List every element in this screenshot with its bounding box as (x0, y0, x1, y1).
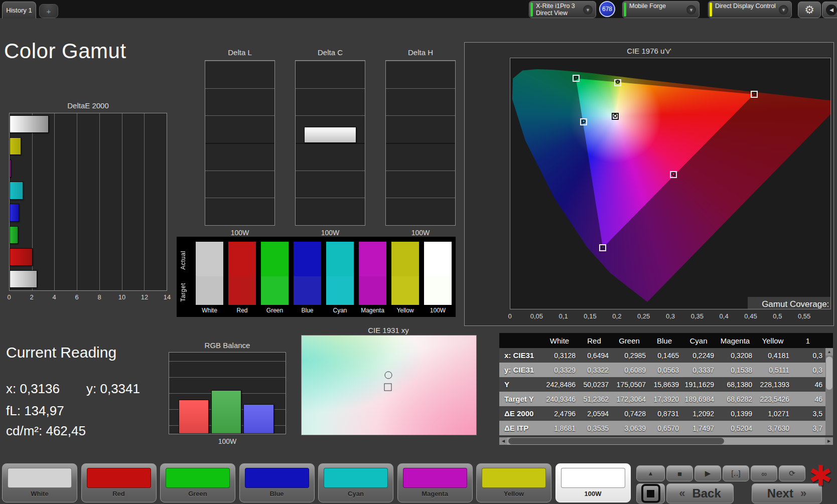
cie-marker-cyan (580, 118, 587, 125)
table-cell: 1,0271 (756, 410, 793, 418)
patch-button-cyan[interactable]: Cyan (318, 463, 393, 502)
display-control-dropdown[interactable]: Direct Display Control ▼ (708, 1, 792, 18)
table-cell: 2,4796 (543, 410, 580, 418)
cie-marker-red (751, 91, 758, 98)
table-header-row: WhiteRedGreenBlueCyanMagentaYellow1 (499, 333, 833, 348)
cie1976-title: CIE 1976 u'v' (465, 47, 833, 55)
swatch-column-cyan: Cyan (326, 242, 354, 314)
deltae-bar-cyan (10, 182, 23, 199)
patch-button-yellow[interactable]: Yellow (476, 463, 551, 502)
next-label: Next (767, 486, 793, 500)
pattern-window-button[interactable] (636, 483, 665, 503)
delta-h-xlabel: 100W (385, 229, 456, 237)
cie-marker-dot (616, 80, 620, 84)
refresh-button[interactable]: ⟳ (779, 465, 805, 481)
loop-icon: ∞ (761, 469, 767, 478)
step-button[interactable]: [‥] (723, 465, 749, 481)
table-cell: 0,1538 (718, 366, 756, 374)
patch-color (87, 468, 151, 488)
swatch-label: Magenta (359, 307, 386, 314)
settings-button[interactable]: ⚙ (798, 2, 821, 18)
scroll-left-icon[interactable]: ◀ (499, 437, 507, 445)
table-cell: 0,1399 (718, 410, 756, 418)
meter-dropdown[interactable]: X-Rite i1Pro 3 Direct View ▼ (529, 1, 596, 18)
scroll-up-icon[interactable]: ▲ (825, 348, 833, 356)
actual-swatch (196, 242, 223, 276)
loop-button[interactable]: ∞ (751, 465, 777, 481)
hscroll-thumb[interactable] (508, 438, 724, 444)
swatch-column-red: Red (228, 242, 256, 314)
deltae-bar-yellow (10, 137, 21, 155)
x-tick-label: 0,2 (612, 312, 621, 320)
table-cell: 17,3920 (650, 395, 683, 403)
cie-marker-dot (752, 92, 756, 96)
stop-button[interactable]: ■ (666, 465, 693, 481)
column-header: Yellow (756, 337, 793, 345)
table-cell: 68,6282 (718, 395, 756, 403)
pattern-label: Mobile Forge (629, 3, 666, 10)
x-tick-label: 14 (164, 293, 171, 301)
grid-line (296, 225, 365, 226)
patch-button-white[interactable]: White (2, 463, 77, 502)
table-cell: 0,8731 (650, 410, 683, 418)
deltae-bar-white (10, 270, 37, 288)
collapse-panel-button[interactable]: ◀ (822, 2, 837, 18)
meter-status-bar (530, 3, 533, 17)
actual-swatch (391, 242, 419, 276)
grid-line (205, 61, 274, 61)
table-cell: 0,4181 (756, 352, 793, 360)
table-horizontal-scrollbar[interactable]: ◀ ▶ (499, 437, 833, 445)
swatch-label: Yellow (391, 307, 419, 314)
table-row: ΔE ITP1,86810,35353,06390,65701,74970,52… (499, 421, 833, 435)
patch-button-100w[interactable]: 100W (555, 463, 631, 502)
pattern-source-dropdown[interactable]: Mobile Forge ▼ (622, 1, 700, 18)
row-label: ΔE 2000 (499, 409, 543, 418)
patch-label: Blue (240, 490, 314, 497)
grid-line (386, 143, 455, 144)
scroll-right-icon[interactable]: ▶ (825, 437, 833, 445)
add-tab-button[interactable]: + (39, 4, 58, 18)
table-cell: 0,3128 (543, 352, 580, 360)
x-tick-label: 6 (75, 293, 78, 301)
table-cell: 0,3208 (718, 352, 756, 360)
target-swatch (326, 276, 354, 305)
patch-button-magenta[interactable]: Magenta (397, 463, 473, 502)
deltae-bar-blue (10, 204, 19, 221)
pattern-status-bar (624, 3, 626, 17)
deltae-bar-red (10, 248, 33, 266)
actual-swatch (261, 242, 289, 276)
pattern-window-up-button[interactable]: ▲ (636, 465, 665, 481)
patch-button-green[interactable]: Green (160, 463, 235, 502)
rgb-balance-chart: RGB Balance 1041021009896 100W (169, 341, 286, 446)
delta-h-title: Delta H (385, 48, 456, 57)
table-cell: 3,7630 (756, 424, 793, 432)
actual-target-swatch-strip: Actual Target WhiteRedGreenBlueCyanMagen… (177, 237, 456, 317)
target-swatch (391, 276, 419, 305)
cie-marker-dot (601, 245, 605, 249)
grid-line (205, 143, 274, 144)
back-label: Back (692, 486, 721, 500)
column-header: White (543, 337, 580, 345)
x-tick-label: 0,5 (773, 312, 782, 320)
table-cell: 1,2092 (683, 410, 718, 418)
patch-button-red[interactable]: Red (81, 463, 157, 502)
table-cell: 46 (793, 381, 826, 389)
tab-label: History 1 (6, 7, 32, 14)
back-button[interactable]: « Back (666, 483, 734, 503)
swatch-label: 100W (424, 307, 452, 314)
patch-label: 100W (556, 490, 630, 497)
chevron-down-icon: ▼ (686, 5, 696, 15)
actual-swatch (294, 242, 321, 276)
grid-line (169, 361, 286, 362)
vscroll-thumb[interactable] (826, 357, 832, 390)
table-vertical-scrollbar[interactable]: ▲ (825, 348, 833, 435)
cie1931-reading-circle (384, 372, 392, 379)
swatch-label: Red (228, 307, 256, 314)
tab-history-1[interactable]: History 1 (2, 2, 36, 19)
table-cell: 0,3329 (543, 366, 580, 374)
cie-marker-yellow (614, 79, 621, 86)
play-button[interactable]: ▶ (694, 465, 721, 481)
grid-line (144, 113, 145, 290)
cie1976-panel: CIE 1976 u'v' Gamut Coverage: 103,8% 0,5… (464, 42, 834, 326)
patch-button-blue[interactable]: Blue (239, 463, 315, 502)
